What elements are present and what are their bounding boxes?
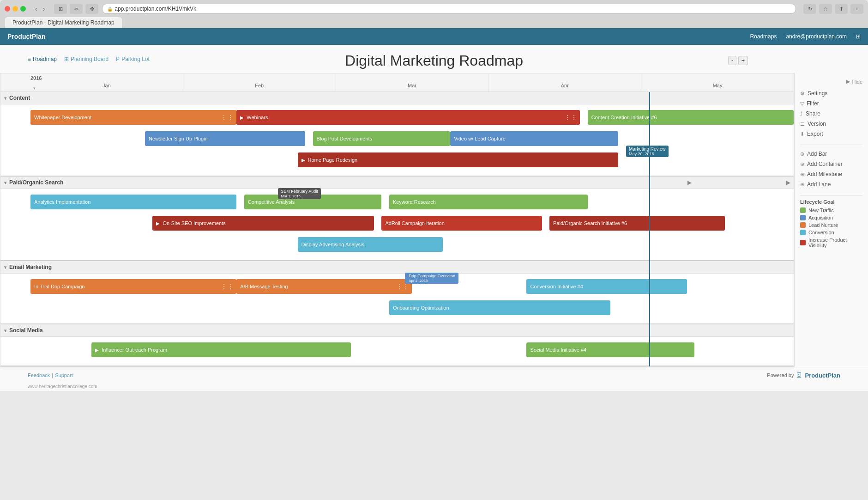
share-icon[interactable]: ⬆ [835,4,848,14]
filter-item[interactable]: ▽ Filter [800,98,862,109]
lifecycle-new-traffic: New Traffic [800,207,862,213]
maximize-button[interactable] [20,6,26,12]
bar-keyword[interactable]: Keyword Research [389,195,588,209]
lane-paid-header[interactable]: ▾ Paid/Organic Search ▶ ▶ [0,177,794,189]
export-item[interactable]: ⬇ Export [800,129,862,139]
lane-email-body: Drip Campaign OverviewApr 2, 2016 In Tri… [0,274,794,323]
nav-roadmap[interactable]: ≡ Roadmap [28,56,57,62]
browser-toolbar: ⊞ ✂ ✤ [54,4,98,14]
bar-webinars[interactable]: ▶ Webinars ⋮⋮ [236,110,580,125]
sidebar-tools: ⚙ Settings ▽ Filter ⤴ Share ☰ Version ⬇ [800,88,862,139]
url-bar[interactable]: 🔒 app.productplan.com/KH1VmkVk [102,4,796,14]
share-item[interactable]: ⤴ Share [800,109,862,119]
add-bar-icon: ⊕ [800,151,804,157]
parking-icon: P [116,56,120,62]
lifecycle-legend: Lifecycle Goal New Traffic Acquisition L… [800,199,862,248]
milestone-flag-2: ▶ [786,180,790,186]
bar-paid-initiative[interactable]: Paid/Organic Search Initiative #6 [549,216,725,231]
roadmap-icon: ≡ [28,56,31,62]
social-row-1: ▶ Influencer Outreach Program Social Med… [30,341,794,360]
email-chevron: ▾ [4,265,6,270]
hide-button[interactable]: ▶ Hide [800,79,862,85]
paid-label: Paid/Organic Search [9,179,63,186]
share-icon: ⤴ [800,111,803,116]
bar-dots: ⋮⋮ [221,114,234,121]
nav-parking-lot[interactable]: P Parking Lot [116,56,150,62]
lead-nurture-color [800,222,806,228]
browser-tabs: ProductPlan - Digital Marketing Roadmap [5,17,863,28]
lifecycle-acquisition: Acquisition [800,215,862,220]
lane-content: ▾ Content Whitepaper Development ⋮⋮ ▶ [0,92,794,177]
hide-arrow: ▶ [846,79,850,85]
lane-social: ▾ Social Media ▶ Influencer Outreach Pro… [0,324,794,366]
app-footer: Feedback | Support Powered by 🗓 ProductP… [0,367,868,383]
header-right: Roadmaps andre@productplan.com ⊞ [750,33,861,40]
bar-analytics[interactable]: Analytics Implementation [30,195,236,209]
add-bar-item[interactable]: ⊕ Add Bar [800,149,862,159]
nav-planning-board[interactable]: ⊞ Planning Board [64,56,108,62]
refresh-icon[interactable]: ↻ [803,4,816,14]
bar-video[interactable]: Video w/ Lead Capture [450,131,618,146]
bar-newsletter[interactable]: Newsletter Sign Up Plugin [145,131,305,146]
add-container-item[interactable]: ⊕ Add Container [800,159,862,169]
page-nav: ≡ Roadmap ⊞ Planning Board P Parking Lot [28,56,150,62]
lifecycle-title: Lifecycle Goal [800,199,862,205]
expand-icon[interactable]: ⊞ [856,33,861,40]
expand-icon: ▶ [301,158,305,163]
app-container: ProductPlan Roadmaps andre@productplan.c… [0,28,868,391]
back-button[interactable]: ‹ [33,4,39,13]
lane-email: ▾ Email Marketing Drip Campaign Overview… [0,261,794,324]
bar-adroll[interactable]: AdRoll Campaign Iteration [381,216,542,231]
expand-icon: ▶ [156,221,160,226]
window-controls [5,6,26,12]
bar-seo[interactable]: ▶ On-Site SEO Improvements [152,216,374,231]
bar-home-redesign[interactable]: ▶ Home Page Redesign [298,152,618,167]
puzzle-icon: ✤ [85,4,98,14]
close-button[interactable] [5,6,10,12]
bar-display[interactable]: Display Advertising Analysis [298,237,443,252]
footer-links: Feedback | Support [28,372,73,378]
milestone-flag-1: ▶ [687,180,691,186]
bar-trial-drip[interactable]: In Trial Drip Campaign ⋮⋮ [30,279,236,294]
content-row-3: ▶ Home Page Redesign [30,151,794,170]
bar-social-initiative[interactable]: Social Media Initiative #4 [526,342,694,357]
active-tab[interactable]: ProductPlan - Digital Marketing Roadmap [5,17,122,28]
lane-email-header[interactable]: ▾ Email Marketing [0,261,794,274]
planning-icon: ⊞ [64,56,69,62]
version-item[interactable]: ☰ Version [800,119,862,129]
minimize-button[interactable] [12,6,18,12]
zoom-in-button[interactable]: + [738,56,748,65]
bar-content-creation[interactable]: Content Creation Initiative #6 [588,110,794,125]
bar-ab-testing[interactable]: A/B Message Testing ⋮⋮ [236,279,412,294]
user-menu[interactable]: andre@productplan.com [786,33,847,40]
lifecycle-visibility: Increase Product Visibility [800,237,862,248]
content-label: Content [9,95,30,101]
bar-influencer[interactable]: ▶ Influencer Outreach Program [91,342,351,357]
add-milestone-item[interactable]: ⊕ Add Milestone [800,169,862,179]
tab-label: ProductPlan - Digital Marketing Roadmap [12,19,115,26]
roadmaps-link[interactable]: Roadmaps [750,33,777,40]
settings-item[interactable]: ⚙ Settings [800,88,862,98]
browser-actions: ↻ ☆ ⬆ + [803,4,863,14]
support-link[interactable]: Support [55,372,73,378]
bookmark-icon[interactable]: ☆ [819,4,832,14]
add-lane-item[interactable]: ⊕ Add Lane [800,179,862,189]
forward-button[interactable]: › [41,4,47,13]
lane-content-header[interactable]: ▾ Content [0,92,794,104]
zoom-out-button[interactable]: - [728,56,736,65]
bar-dots: ⋮⋮ [564,114,577,121]
lane-social-header[interactable]: ▾ Social Media [0,324,794,337]
conversion-color [800,230,806,235]
expand-icon: ▶ [240,115,244,120]
bar-conversion-initiative[interactable]: Conversion Initiative #4 [526,279,687,294]
feedback-link[interactable]: Feedback [28,372,50,378]
bar-onboarding[interactable]: Onboarding Optimization [389,300,610,315]
bar-whitepaper[interactable]: Whitepaper Development ⋮⋮ [30,110,236,125]
bar-blog-post[interactable]: Blog Post Developments [313,131,451,146]
new-tab-icon[interactable]: + [850,4,863,14]
titlebar: ‹ › ⊞ ✂ ✤ 🔒 app.productplan.com/KH1VmkVk… [5,4,863,14]
visibility-color [800,240,806,245]
paid-chevron: ▾ [4,180,6,185]
browser-chrome: ‹ › ⊞ ✂ ✤ 🔒 app.productplan.com/KH1VmkVk… [0,0,868,28]
footer-brand: ProductPlan [805,372,840,379]
